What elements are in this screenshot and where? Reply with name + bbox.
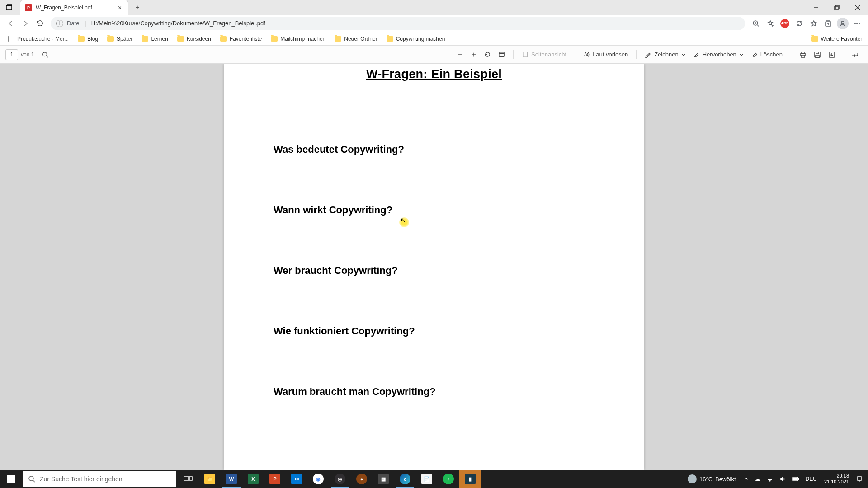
url-box[interactable]: i Datei | H:/Mein%20Kurse/Copywriting/Do… xyxy=(51,17,745,30)
taskbar-app-generic2[interactable]: ▦ xyxy=(373,470,394,488)
tray-chevron[interactable] xyxy=(741,470,751,488)
reload-button[interactable] xyxy=(33,16,47,31)
taskbar-app-powerpoint[interactable]: P xyxy=(264,470,286,488)
taskbar-app-active[interactable]: ▮ xyxy=(459,470,481,488)
folder-icon xyxy=(177,36,184,42)
bookmark-item[interactable]: Später xyxy=(104,34,136,43)
menu-button[interactable] xyxy=(850,16,864,31)
page-view-button[interactable]: Seitenansicht xyxy=(518,49,570,60)
weather-widget[interactable]: 16°C Bewölkt xyxy=(683,474,741,483)
folder-icon xyxy=(271,36,278,42)
tray-volume-icon[interactable] xyxy=(777,470,788,488)
address-bar: i Datei | H:/Mein%20Kurse/Copywriting/Do… xyxy=(0,15,868,32)
url-path: H:/Mein%20Kurse/Copywriting/Dokumente/W_… xyxy=(91,20,265,27)
close-tab-button[interactable]: × xyxy=(116,4,123,11)
new-tab-button[interactable]: + xyxy=(131,1,144,14)
tab-actions-icon[interactable] xyxy=(2,0,16,15)
save-button[interactable] xyxy=(810,49,825,60)
folder-icon xyxy=(142,36,148,42)
taskbar-app-generic1[interactable]: ● xyxy=(351,470,373,488)
collections-icon[interactable] xyxy=(821,16,835,31)
fit-page-button[interactable] xyxy=(495,49,509,60)
svg-line-39 xyxy=(33,480,35,482)
forward-button[interactable] xyxy=(18,16,33,31)
tray-notifications-icon[interactable] xyxy=(854,470,865,488)
pdf-toolbar: von 1 Seitenansicht ALaut vorlesen Zeich… xyxy=(0,46,868,64)
svg-point-38 xyxy=(29,476,33,481)
svg-rect-36 xyxy=(816,55,819,57)
zoom-icon[interactable] xyxy=(749,16,763,31)
svg-rect-45 xyxy=(793,478,797,480)
page-number-input[interactable] xyxy=(5,49,18,60)
document-question: Wann wirkt Copywriting? xyxy=(274,204,594,216)
taskbar-app-edge[interactable]: e xyxy=(394,470,416,488)
tray-keyboard-lang[interactable]: DEU xyxy=(803,470,820,488)
taskbar-app-chrome[interactable]: ◉ xyxy=(307,470,329,488)
svg-point-42 xyxy=(769,480,770,481)
more-bookmarks[interactable]: Weitere Favoriten xyxy=(811,36,863,42)
maximize-button[interactable] xyxy=(826,0,847,15)
reading-list-icon[interactable] xyxy=(763,16,778,31)
bookmark-item[interactable]: Copywriting machen xyxy=(383,34,449,43)
windows-taskbar: Zur Suche Text hier eingeben 📁 W X P ✉ ◉… xyxy=(0,470,868,488)
tab-title: W_Fragen_Beispiel.pdf xyxy=(36,5,116,11)
erase-button[interactable]: Löschen xyxy=(747,49,786,60)
url-scheme: Datei xyxy=(67,20,80,27)
read-aloud-button[interactable]: ALaut vorlesen xyxy=(580,49,632,60)
pdf-viewport[interactable]: W-Fragen: Ein Beispiel Was bedeutet Copy… xyxy=(0,64,868,470)
svg-rect-28 xyxy=(523,52,527,57)
bookmark-item[interactable]: Kursideen xyxy=(174,34,215,43)
svg-rect-4 xyxy=(835,5,839,9)
rotate-button[interactable] xyxy=(481,49,495,60)
start-button[interactable] xyxy=(0,470,22,488)
taskbar-app-mail[interactable]: ✉ xyxy=(286,470,307,488)
cursor-icon: ↖ xyxy=(401,216,406,224)
taskbar-app-excel[interactable]: X xyxy=(242,470,264,488)
tray-network-icon[interactable] xyxy=(764,470,776,488)
svg-rect-3 xyxy=(835,6,838,10)
task-view-button[interactable] xyxy=(177,470,199,488)
zoom-in-button[interactable] xyxy=(467,50,481,60)
find-button[interactable] xyxy=(38,50,52,60)
tray-clock[interactable]: 20:18 21.10.2021 xyxy=(821,473,853,485)
zoom-out-button[interactable] xyxy=(453,50,467,60)
highlight-button[interactable]: Hervorheben xyxy=(689,49,747,60)
bookmark-item[interactable]: Produktsuche - Mer... xyxy=(5,34,72,43)
sync-icon[interactable] xyxy=(792,16,807,31)
bookmark-item[interactable]: Blog xyxy=(74,34,102,43)
bookmark-item[interactable]: Neuer Ordner xyxy=(331,34,381,43)
site-info-icon[interactable]: i xyxy=(56,20,63,27)
tray-onedrive-icon[interactable]: ☁ xyxy=(752,470,763,488)
pin-toolbar-button[interactable] xyxy=(849,49,863,60)
close-window-button[interactable] xyxy=(847,0,868,15)
bookmark-item[interactable]: Mailchimp machen xyxy=(267,34,329,43)
bookmark-item[interactable]: Favoritenliste xyxy=(217,34,265,43)
print-button[interactable] xyxy=(796,49,810,60)
save-as-button[interactable] xyxy=(825,49,839,60)
windows-search[interactable]: Zur Suche Text hier eingeben xyxy=(23,471,176,487)
tray-battery-icon[interactable] xyxy=(789,470,802,488)
taskbar-app-notepad[interactable]: 📄 xyxy=(416,470,438,488)
taskbar-app-word[interactable]: W xyxy=(221,470,242,488)
pdf-page: W-Fragen: Ein Beispiel Was bedeutet Copy… xyxy=(224,64,644,470)
taskbar-app-spotify[interactable]: ♪ xyxy=(438,470,459,488)
svg-point-17 xyxy=(841,21,844,24)
draw-button[interactable]: Zeichnen xyxy=(641,49,689,60)
minimize-button[interactable] xyxy=(806,0,826,15)
profile-button[interactable] xyxy=(835,16,850,31)
folder-icon xyxy=(220,36,227,42)
cloud-icon xyxy=(688,474,697,483)
svg-rect-46 xyxy=(857,477,862,480)
adblock-icon[interactable]: ABP xyxy=(778,16,792,31)
document-question: Was bedeutet Copywriting? xyxy=(274,144,594,155)
taskbar-app-obs[interactable]: ◎ xyxy=(329,470,351,488)
document-question: Wie funktioniert Copywriting? xyxy=(274,325,594,337)
browser-tab[interactable]: P W_Fragen_Beispiel.pdf × xyxy=(20,0,128,15)
svg-line-8 xyxy=(757,25,759,27)
back-button[interactable] xyxy=(4,16,18,31)
bookmarks-bar: Produktsuche - Mer... Blog Später Lernen… xyxy=(0,32,868,46)
bookmark-item[interactable]: Lernen xyxy=(138,34,171,43)
taskbar-app-explorer[interactable]: 📁 xyxy=(199,470,221,488)
page-icon xyxy=(8,36,14,42)
favorites-icon[interactable] xyxy=(807,16,821,31)
